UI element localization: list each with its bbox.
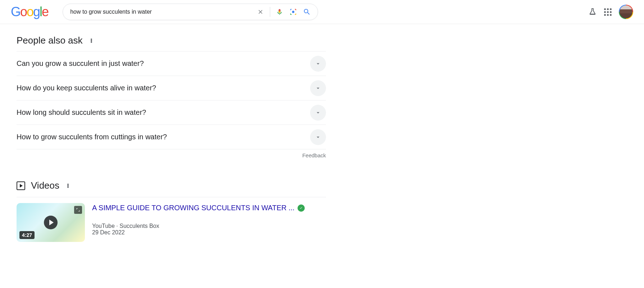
search-icons — [256, 7, 315, 17]
paa-title: People also ask — [17, 35, 83, 46]
videos-header: Videos — [17, 180, 326, 191]
videos-play-icon — [17, 181, 25, 190]
video-title-row: A SIMPLE GUIDE TO GROWING SUCCULENTS IN … — [92, 204, 326, 212]
paa-list: Can you grow a succulent in just water? … — [17, 51, 326, 149]
verified-check-icon — [298, 204, 305, 212]
svg-point-0 — [292, 11, 294, 13]
video-thumbnail[interactable]: 4:27 — [17, 203, 85, 242]
chevron-down-icon[interactable] — [310, 56, 326, 72]
play-icon — [44, 216, 58, 229]
more-options-icon[interactable] — [89, 38, 94, 44]
labs-icon[interactable] — [588, 8, 597, 16]
paa-item[interactable]: How long should succulents sit in water? — [17, 100, 326, 125]
voice-search-icon[interactable] — [275, 8, 284, 16]
chevron-down-icon[interactable] — [310, 105, 326, 121]
video-date: 29 Dec 2022 — [92, 229, 326, 236]
apps-icon[interactable] — [604, 8, 612, 16]
paa-question: How do you keep succulents alive in wate… — [17, 84, 156, 92]
search-bar — [63, 4, 318, 20]
header: Google — [0, 0, 644, 24]
video-source: YouTube · Succulents Box — [92, 223, 326, 229]
lens-search-icon[interactable] — [289, 8, 298, 16]
paa-question: Can you grow a succulent in just water? — [17, 59, 144, 68]
search-results: People also ask Can you grow a succulent… — [0, 24, 326, 242]
paa-item[interactable]: Can you grow a succulent in just water? — [17, 51, 326, 76]
chevron-down-icon[interactable] — [310, 129, 326, 145]
paa-item[interactable]: How to grow succulents from cuttings in … — [17, 125, 326, 149]
paa-item[interactable]: How do you keep succulents alive in wate… — [17, 76, 326, 100]
account-avatar[interactable] — [619, 5, 633, 19]
video-title[interactable]: A SIMPLE GUIDE TO GROWING SUCCULENTS IN … — [92, 204, 295, 212]
videos-section: Videos 4:27 A SIMPLE GUIDE TO GROWING SU… — [17, 180, 326, 242]
separator — [270, 7, 270, 17]
search-input[interactable] — [70, 9, 256, 15]
feedback-link[interactable]: Feedback — [17, 149, 326, 158]
videos-title: Videos — [31, 180, 59, 191]
video-result[interactable]: 4:27 A SIMPLE GUIDE TO GROWING SUCCULENT… — [17, 197, 326, 242]
paa-question: How to grow succulents from cuttings in … — [17, 133, 167, 141]
paa-question: How long should succulents sit in water? — [17, 108, 146, 117]
paa-header: People also ask — [17, 35, 326, 46]
more-options-icon[interactable] — [65, 183, 71, 189]
video-duration: 4:27 — [19, 231, 35, 239]
search-icon[interactable] — [303, 8, 311, 16]
video-info: A SIMPLE GUIDE TO GROWING SUCCULENTS IN … — [92, 203, 326, 242]
clear-icon[interactable] — [256, 8, 265, 16]
google-logo[interactable]: Google — [11, 4, 48, 19]
header-right — [588, 5, 633, 19]
expand-icon[interactable] — [74, 206, 82, 214]
chevron-down-icon[interactable] — [310, 80, 326, 96]
